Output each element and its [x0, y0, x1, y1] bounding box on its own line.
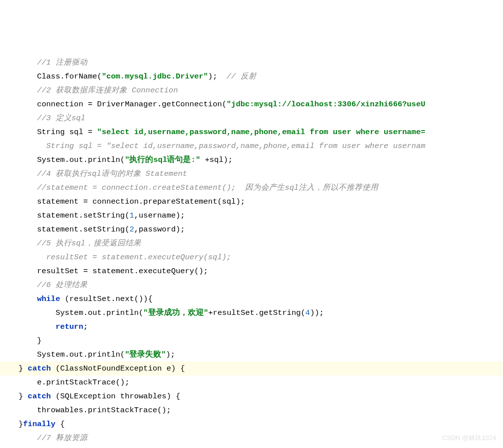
code-token-cm: //2 获取数据库连接对象 Connection [37, 86, 178, 95]
code-line: System.out.println("执行的sql语句是:" +sql); [0, 153, 503, 167]
code-token-kw-bold: catch [28, 392, 51, 401]
code-token-kw-bold: finally [23, 420, 56, 429]
code-line: String sql = "select id,username,passwor… [0, 125, 503, 139]
code-token-plain: statement = connection.prepareStatement(… [37, 197, 245, 206]
code-token-plain: resultSet = statement.executeQuery(); [37, 267, 208, 276]
code-token-cm: //6 处理结果 [37, 281, 87, 290]
code-token-cm: String sql = "select id,username,passwor… [46, 142, 425, 150]
code-line: return; [0, 320, 503, 334]
code-token-cm: //5 执行sql，接受返回结果 [37, 239, 141, 248]
code-line: Class.forName("com.mysql.jdbc.Driver"); … [0, 70, 503, 83]
code-token-plain: +resultSet.getString( [208, 308, 305, 317]
code-line: statement = connection.prepareStatement(… [0, 195, 503, 209]
watermark: CSDN @林玖1024 [442, 431, 496, 445]
code-token-str: "com.mysql.jdbc.Driver" [102, 72, 208, 81]
code-line: throwables.printStackTrace(); [0, 403, 503, 417]
code-token-kw-bold: catch [28, 364, 51, 373]
code-token-plain: ); [208, 72, 227, 81]
code-token-plain: )); [310, 308, 324, 317]
code-token-plain: +sql); [200, 155, 233, 164]
code-line: connection = DriverManager.getConnection… [0, 97, 503, 111]
code-line: String sql = "select id,username,passwor… [0, 139, 503, 153]
code-token-cm: //7 释放资源 [37, 434, 87, 443]
code-token-plain: (resultSet.next()){ [60, 295, 153, 303]
code-token-plain: System.out.println( [37, 350, 125, 359]
code-token-plain: ,username); [134, 211, 185, 220]
code-token-plain: System.out.println( [56, 308, 144, 317]
code-line: statement.setString(2,password); [0, 223, 503, 236]
code-token-plain: } [18, 364, 28, 373]
code-token-num: 2 [129, 225, 134, 234]
code-line: System.out.println("登录成功，欢迎"+resultSet.g… [0, 306, 503, 320]
code-line: //1 注册驱动 [0, 56, 503, 70]
code-token-cm: //4 获取执行sql语句的对象 Statement [37, 169, 187, 178]
code-token-plain: statement.setString( [37, 225, 129, 234]
code-line: } catch (SQLException throwables) { [0, 389, 503, 403]
code-token-num: 4 [305, 308, 310, 317]
code-line: } catch (ClassNotFoundException e) { [0, 362, 503, 375]
code-token-num: 1 [129, 211, 134, 220]
code-line: System.out.println("登录失败"); [0, 348, 503, 362]
code-token-cm: //3 定义sql [37, 114, 85, 123]
code-token-plain: { [56, 420, 65, 429]
code-token-kw-bold: return [56, 322, 84, 331]
code-token-str: "select id,username,password,name,phone,… [97, 128, 425, 137]
code-token-plain: } [37, 336, 41, 345]
code-line: //5 执行sql，接受返回结果 [0, 236, 503, 250]
code-line: //7 释放资源 [0, 431, 503, 445]
code-token-cm: //statement = connection.createStatement… [37, 183, 378, 192]
code-line: //statement = connection.createStatement… [0, 181, 503, 195]
code-token-plain: System.out.println( [37, 155, 125, 164]
code-block: //1 注册驱动 Class.forName("com.mysql.jdbc.D… [0, 56, 503, 448]
code-token-cm: //1 注册驱动 [37, 58, 87, 67]
code-token-plain: ,password); [134, 225, 185, 234]
code-line: resultSet = statement.executeQuery(sql); [0, 250, 503, 264]
code-token-plain: Class.forName( [37, 72, 101, 81]
code-line: if(resultSet!=null){ [0, 445, 503, 448]
code-line: resultSet = statement.executeQuery(); [0, 264, 503, 278]
code-token-plain: (SQLException throwables) { [51, 392, 180, 401]
code-token-kw-bold: while [37, 295, 60, 303]
code-line: //6 处理结果 [0, 278, 503, 292]
code-token-plain: (ClassNotFoundException e) { [51, 364, 185, 373]
code-token-plain: connection = DriverManager.getConnection… [37, 100, 226, 109]
code-token-cm: resultSet = statement.executeQuery(sql); [46, 253, 231, 262]
code-line: } [0, 334, 503, 348]
code-token-plain: } [18, 420, 23, 429]
code-line: //4 获取执行sql语句的对象 Statement [0, 167, 503, 181]
code-token-plain: statement.setString( [37, 211, 129, 220]
code-line: //3 定义sql [0, 111, 503, 125]
code-token-plain: e.printStackTrace(); [37, 378, 129, 387]
code-line: while (resultSet.next()){ [0, 292, 503, 306]
code-token-plain: ); [166, 350, 175, 359]
code-line: }finally { [0, 417, 503, 431]
code-token-str: "登录成功，欢迎" [143, 308, 208, 317]
code-token-str: "登录失败" [125, 350, 166, 359]
code-line: //2 获取数据库连接对象 Connection [0, 83, 503, 97]
code-line: statement.setString(1,username); [0, 209, 503, 223]
code-line: e.printStackTrace(); [0, 375, 503, 389]
code-token-plain: } [18, 392, 28, 401]
code-token-str: "jdbc:mysql://localhost:3306/xinzhi666?u… [227, 100, 425, 109]
code-token-cm: // 反射 [227, 72, 256, 81]
code-token-plain: throwables.printStackTrace(); [37, 406, 171, 415]
code-token-str: "执行的sql语句是:" [125, 155, 200, 164]
code-token-plain: String sql = [37, 128, 97, 137]
code-token-plain: ; [83, 322, 87, 331]
